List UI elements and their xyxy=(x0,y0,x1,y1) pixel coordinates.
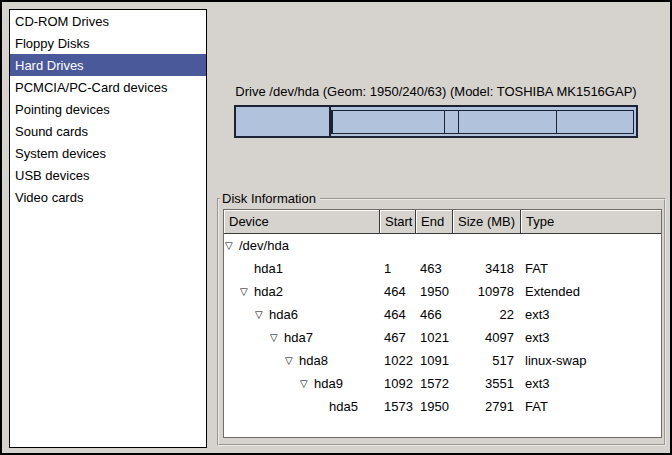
table-row[interactable]: ▽ hda5 1573 1950 2791 FAT xyxy=(224,395,661,418)
drive-title: Drive /dev/hda (Geom: 1950/240/63) (Mode… xyxy=(224,84,648,99)
sidebar-item-usb-devices[interactable]: USB devices xyxy=(10,164,206,186)
table-body: ▽ /dev/hda ▽ hda1 1 463 3418 FAT ▽ hda2 … xyxy=(224,234,661,418)
start-cell: 467 xyxy=(380,326,416,349)
size-cell: 2791 xyxy=(453,395,521,418)
device-cell: ▽ hda8 xyxy=(224,349,380,372)
column-header-start[interactable]: Start xyxy=(380,210,416,234)
end-cell: 1572 xyxy=(416,372,453,395)
table-row[interactable]: ▽ hda1 1 463 3418 FAT xyxy=(224,257,661,280)
start-cell: 1 xyxy=(380,257,416,280)
end-cell: 1091 xyxy=(416,349,453,372)
device-category-list[interactable]: CD-ROM Drives Floppy Disks Hard Drives P… xyxy=(9,9,207,448)
sidebar-item-label: Video cards xyxy=(15,190,83,205)
end-cell: 1950 xyxy=(416,395,453,418)
start-cell: 1573 xyxy=(380,395,416,418)
table-row[interactable]: ▽ hda8 1022 1091 517 linux-swap xyxy=(224,349,661,372)
size-cell: 22 xyxy=(453,303,521,326)
table-row[interactable]: ▽ hda2 464 1950 10978 Extended xyxy=(224,280,661,303)
type-cell: FAT xyxy=(521,257,661,280)
device-label: hda2 xyxy=(254,284,283,299)
size-cell: 3418 xyxy=(453,257,521,280)
end-cell: 463 xyxy=(416,257,453,280)
device-cell: ▽ hda2 xyxy=(224,280,380,303)
sidebar-item-label: System devices xyxy=(15,146,106,161)
end-cell: 466 xyxy=(416,303,453,326)
disk-information-table: Device Start End Size (MB) Type ▽ /dev/h… xyxy=(223,209,662,438)
device-cell: ▽ hda6 xyxy=(224,303,380,326)
size-cell: 4097 xyxy=(453,326,521,349)
table-row[interactable]: ▽ hda7 467 1021 4097 ext3 xyxy=(224,326,661,349)
disk-information-label: Disk Information xyxy=(220,191,320,207)
table-header-row: Device Start End Size (MB) Type xyxy=(224,210,661,234)
table-row[interactable]: ▽ /dev/hda xyxy=(224,234,661,257)
device-label: hda9 xyxy=(314,376,343,391)
partition-segment-hda9 xyxy=(459,111,556,133)
start-cell: 464 xyxy=(380,280,416,303)
end-cell: 1021 xyxy=(416,326,453,349)
device-label: hda8 xyxy=(299,353,328,368)
sidebar-item-label: Floppy Disks xyxy=(15,36,89,51)
device-label: hda1 xyxy=(254,261,283,276)
start-cell: 1022 xyxy=(380,349,416,372)
device-cell: ▽ hda7 xyxy=(224,326,380,349)
partition-segment-hda8 xyxy=(445,111,459,133)
device-cell: ▽ hda5 xyxy=(224,395,380,418)
device-label: hda7 xyxy=(284,330,313,345)
column-header-end[interactable]: End xyxy=(416,210,453,234)
sidebar-item-label: Hard Drives xyxy=(15,58,84,73)
sidebar-item-sound-cards[interactable]: Sound cards xyxy=(10,120,206,142)
sidebar-item-video-cards[interactable]: Video cards xyxy=(10,186,206,208)
sidebar-item-label: CD-ROM Drives xyxy=(15,14,109,29)
size-cell: 517 xyxy=(453,349,521,372)
sidebar-item-floppy-disks[interactable]: Floppy Disks xyxy=(10,32,206,54)
sidebar-item-cd-rom-drives[interactable]: CD-ROM Drives xyxy=(10,10,206,32)
sidebar-item-label: PCMCIA/PC-Card devices xyxy=(15,80,167,95)
device-label: hda5 xyxy=(329,399,358,414)
sidebar-item-label: Sound cards xyxy=(15,124,88,139)
partition-segment-hda1 xyxy=(236,107,331,136)
device-label: /dev/hda xyxy=(239,238,289,253)
type-cell: FAT xyxy=(521,395,661,418)
start-cell: 464 xyxy=(380,303,416,326)
extended-partition-box xyxy=(331,110,634,134)
end-cell xyxy=(416,234,453,257)
table-row[interactable]: ▽ hda6 464 466 22 ext3 xyxy=(224,303,661,326)
partition-bar xyxy=(234,105,638,138)
table-row[interactable]: ▽ hda9 1092 1572 3551 ext3 xyxy=(224,372,661,395)
type-cell: ext3 xyxy=(521,303,661,326)
expander-open-icon[interactable]: ▽ xyxy=(255,310,269,320)
disk-information-frame: Disk Information Device Start End Size (… xyxy=(217,198,666,446)
sidebar-item-pointing-devices[interactable]: Pointing devices xyxy=(10,98,206,120)
expander-open-icon[interactable]: ▽ xyxy=(225,241,239,251)
device-cell: ▽ hda1 xyxy=(224,257,380,280)
column-header-device[interactable]: Device xyxy=(224,210,380,234)
type-cell xyxy=(521,234,661,257)
type-cell: ext3 xyxy=(521,326,661,349)
size-cell xyxy=(453,234,521,257)
device-cell: ▽ /dev/hda xyxy=(224,234,380,257)
device-label: hda6 xyxy=(269,307,298,322)
partition-segment-extended xyxy=(331,107,636,136)
size-cell: 10978 xyxy=(453,280,521,303)
end-cell: 1950 xyxy=(416,280,453,303)
type-cell: Extended xyxy=(521,280,661,303)
column-header-size[interactable]: Size (MB) xyxy=(453,210,521,234)
expander-open-icon[interactable]: ▽ xyxy=(270,333,284,343)
expander-open-icon[interactable]: ▽ xyxy=(285,356,299,366)
expander-open-icon[interactable]: ▽ xyxy=(300,379,314,389)
type-cell: linux-swap xyxy=(521,349,661,372)
sidebar-item-pcmcia-pc-card-devices[interactable]: PCMCIA/PC-Card devices xyxy=(10,76,206,98)
size-cell: 3551 xyxy=(453,372,521,395)
partition-segment-hda7 xyxy=(333,111,445,133)
hardware-browser-window: CD-ROM Drives Floppy Disks Hard Drives P… xyxy=(0,0,672,455)
sidebar-item-label: Pointing devices xyxy=(15,102,110,117)
expander-open-icon[interactable]: ▽ xyxy=(240,287,254,297)
sidebar-item-label: USB devices xyxy=(15,168,89,183)
column-header-type[interactable]: Type xyxy=(521,210,661,234)
start-cell: 1092 xyxy=(380,372,416,395)
start-cell xyxy=(380,234,416,257)
sidebar-item-system-devices[interactable]: System devices xyxy=(10,142,206,164)
sidebar-item-hard-drives[interactable]: Hard Drives xyxy=(10,54,206,76)
type-cell: ext3 xyxy=(521,372,661,395)
partition-segment-hda5 xyxy=(557,111,633,133)
